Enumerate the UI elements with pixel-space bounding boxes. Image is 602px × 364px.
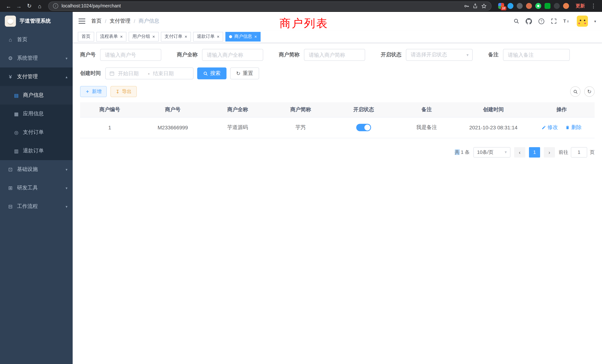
page-number-1[interactable]: 1	[529, 147, 540, 157]
extension-badge: 10	[501, 6, 506, 10]
tab-label: 支付订单	[165, 33, 182, 40]
search-form-row-2: 创建时间 -	[80, 67, 595, 79]
cell-merchant-short: 芋艿	[269, 117, 332, 138]
sidebar-item-merchant-info[interactable]: ▤ 商户信息	[0, 86, 73, 105]
extension-icon-green-square[interactable]	[545, 3, 550, 9]
sidebar-item-infrastructure[interactable]: ⊡ 基础设施 ▾	[0, 160, 73, 179]
app-title: 芋道管理系统	[20, 18, 51, 24]
font-size-icon[interactable]: T T	[563, 18, 570, 24]
tab-merchant-info[interactable]: 商户信息 ×	[225, 32, 261, 41]
merchant-short-input[interactable]	[304, 49, 365, 61]
breadcrumb-home[interactable]: 首页	[91, 18, 102, 24]
extension-icon-orange[interactable]	[526, 3, 532, 9]
close-icon[interactable]: ×	[185, 34, 187, 39]
create-time-range-picker[interactable]: -	[105, 67, 194, 79]
close-icon[interactable]: ×	[152, 34, 155, 39]
reset-button[interactable]: ↻ 重置	[230, 67, 259, 79]
tab-home[interactable]: 首页	[78, 32, 94, 41]
main-panel: 商户列表 首页 / 支付管理 / 商户信息	[73, 12, 602, 364]
cell-create-time: 2021-10-23 08:31:14	[458, 117, 529, 138]
extension-icon-blue[interactable]	[507, 3, 513, 9]
browser-home-button[interactable]: ⌂	[35, 1, 44, 11]
next-page-button[interactable]: ›	[544, 147, 555, 157]
app-shell: 芋道管理系统 ⌂ 首页 ⚙ 系统管理 ▾ ¥ 支付管理 ▴	[0, 12, 602, 364]
page-size-select[interactable]: 10条/页 ▾	[473, 147, 510, 157]
close-icon[interactable]: ×	[217, 34, 219, 39]
help-icon[interactable]: ?	[538, 18, 545, 24]
sidebar-item-payment[interactable]: ¥ 支付管理 ▴	[0, 67, 73, 86]
sidebar-item-refund-order[interactable]: ▥ 退款订单	[0, 142, 73, 160]
search-form-row-1: 商户号 商户全称 商户简称 开启状态 请选择开启状态	[80, 49, 595, 61]
status-select[interactable]: 请选择开启状态 ▾	[406, 49, 473, 61]
password-key-icon[interactable]	[464, 3, 469, 9]
add-button[interactable]: 新增	[80, 86, 107, 97]
sidebar-item-pay-order[interactable]: ◎ 支付订单	[0, 123, 73, 142]
avatar-caret-icon[interactable]: ▾	[594, 19, 596, 23]
browser-reload-button[interactable]: ↻	[24, 1, 34, 11]
prev-page-button[interactable]: ‹	[514, 147, 525, 157]
extension-icon-gray[interactable]	[517, 3, 523, 9]
browser-back-button[interactable]: ←	[4, 1, 13, 11]
merchant-no-input[interactable]	[100, 49, 161, 61]
app-logo[interactable]: 芋道管理系统	[0, 12, 73, 30]
extension-icon-dark[interactable]	[554, 3, 560, 9]
refresh-icon: ↻	[236, 70, 240, 76]
fullscreen-icon[interactable]	[551, 18, 557, 24]
screen: ← → ↻ ⌂ i localhost:1024/pay/merchant	[0, 0, 602, 364]
refresh-table-button[interactable]: ↻	[584, 86, 595, 97]
table-row: 1 M233666999 芋道源码 芋艿 我是备注 2021-10-23 08:…	[80, 117, 595, 138]
extension-icon-green-circle[interactable]	[535, 3, 541, 9]
top-navbar: 首页 / 支付管理 / 商户信息	[73, 12, 602, 30]
breadcrumb-payment[interactable]: 支付管理	[110, 18, 130, 24]
sidebar-item-devtools[interactable]: ⊞ 研发工具 ▾	[0, 179, 73, 197]
tab-pay-order[interactable]: 支付订单 ×	[161, 32, 191, 41]
search-icon	[573, 89, 578, 94]
profile-avatar-icon[interactable]	[563, 3, 569, 9]
close-icon[interactable]: ×	[254, 34, 257, 39]
sidebar-collapse-icon[interactable]	[79, 19, 85, 24]
share-icon[interactable]	[473, 3, 478, 9]
field-merchant-no: 商户号	[80, 49, 161, 61]
bookmark-star-icon[interactable]	[481, 3, 487, 9]
page-size-value: 10条/页	[477, 149, 493, 156]
toolbox-icon: ⊞	[7, 185, 13, 191]
export-button[interactable]: ↧ 导出	[110, 86, 137, 97]
extension-icon-badged[interactable]: 10	[498, 3, 504, 9]
tab-refund-order[interactable]: 退款订单 ×	[193, 32, 223, 41]
end-date-input[interactable]	[153, 70, 180, 76]
cell-remark: 我是备注	[395, 117, 458, 138]
cell-status	[332, 117, 395, 138]
pagination: 共 1 条 10条/页 ▾ ‹ 1 › 前往 页	[80, 147, 595, 157]
calendar-icon	[109, 71, 115, 76]
browser-menu-icon[interactable]: ⋮	[589, 1, 598, 11]
delete-link[interactable]: 删除	[565, 124, 582, 131]
start-date-input[interactable]	[118, 70, 145, 76]
user-avatar[interactable]	[577, 16, 588, 27]
status-toggle[interactable]	[356, 124, 371, 131]
goto-page-input[interactable]	[571, 147, 587, 157]
merchant-name-input[interactable]	[202, 49, 263, 61]
github-icon[interactable]	[526, 18, 532, 24]
tab-user-group[interactable]: 用户分组 ×	[129, 32, 159, 41]
search-icon[interactable]	[513, 18, 519, 24]
site-info-icon[interactable]: i	[53, 3, 58, 9]
browser-forward-button[interactable]: →	[14, 1, 24, 11]
field-create-time: 创建时间 -	[80, 67, 194, 79]
url-bar[interactable]: i localhost:1024/pay/merchant	[48, 1, 492, 11]
sidebar-item-label: 支付管理	[17, 73, 38, 80]
search-button[interactable]: 搜索	[197, 67, 226, 79]
sidebar-item-home[interactable]: ⌂ 首页	[0, 30, 73, 49]
sidebar-item-workflow[interactable]: ⊟ 工作流程 ▾	[0, 197, 73, 216]
field-remark: 备注	[488, 49, 570, 61]
tab-process-form[interactable]: 流程表单 ×	[96, 32, 126, 41]
browser-update-button[interactable]: 更新	[573, 3, 588, 9]
tab-label: 用户分组	[132, 33, 150, 40]
edit-link[interactable]: 修改	[542, 124, 558, 131]
sidebar-item-label: 研发工具	[17, 185, 38, 191]
sidebar-item-app-info[interactable]: ▦ 应用信息	[0, 105, 73, 123]
toggle-search-button[interactable]	[570, 86, 580, 97]
chevron-down-icon: ▾	[66, 56, 67, 60]
remark-input[interactable]	[503, 49, 570, 61]
close-icon[interactable]: ×	[120, 34, 123, 39]
sidebar-item-system[interactable]: ⚙ 系统管理 ▾	[0, 49, 73, 67]
